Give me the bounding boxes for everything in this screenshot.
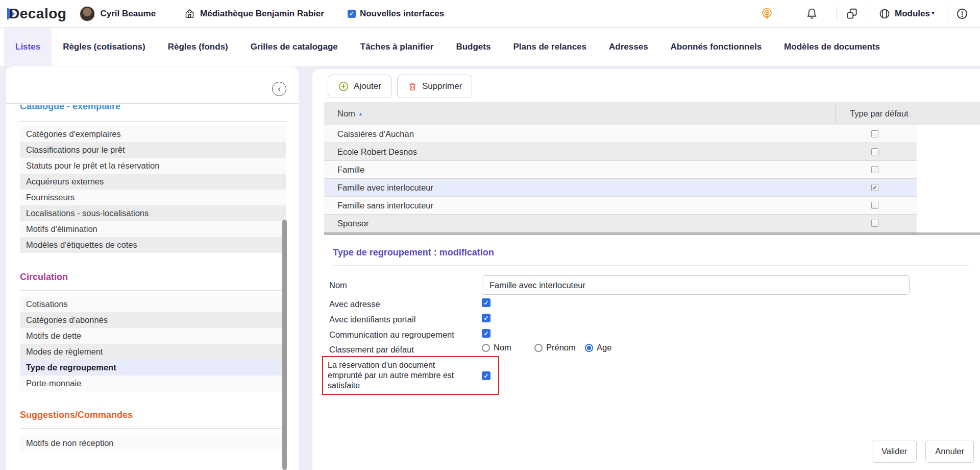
- radio-icon[interactable]: [585, 344, 593, 352]
- validate-button[interactable]: Valider: [872, 440, 917, 463]
- sidebar-item-classifications-pret[interactable]: Classifications pour le prêt: [20, 142, 286, 158]
- default-type-checkbox[interactable]: [871, 184, 878, 191]
- table-toolbar: Ajouter Supprimer: [328, 75, 472, 98]
- sidebar-item-acquereurs-externes[interactable]: Acquéreurs externes: [20, 174, 286, 190]
- sidebar-divider: [20, 428, 286, 429]
- sidebar-divider: [20, 121, 286, 122]
- tab-regles-fonds[interactable]: Règles (fonds): [157, 28, 239, 66]
- lists-sidebar: ‹ Catalogue - exemplaire Catégories d'ex…: [6, 66, 299, 470]
- default-type-checkbox[interactable]: [871, 202, 878, 209]
- delete-button[interactable]: Supprimer: [397, 75, 472, 98]
- form-title: Type de regroupement : modification: [333, 247, 494, 258]
- table-row[interactable]: Famille sans interlocuteur: [324, 197, 917, 215]
- library-name: Médiathèque Benjamin Rabier: [200, 9, 324, 19]
- link-windows-icon[interactable]: [845, 7, 859, 20]
- sidebar-item-categories-abonnes[interactable]: Catégories d'abonnés: [20, 312, 286, 328]
- collapse-sidebar-button[interactable]: ‹: [272, 82, 286, 96]
- table-horizontal-scrollbar[interactable]: [324, 232, 980, 235]
- header-divider: [870, 7, 870, 20]
- reservation-satisfaite-checkbox[interactable]: [482, 371, 491, 380]
- sidebar-item-localisations[interactable]: Localisations - sous-localisations: [20, 205, 286, 221]
- sidebar-item-motifs-de-dette[interactable]: Motifs de dette: [20, 328, 286, 344]
- sidebar-item-fournisseurs[interactable]: Fournisseurs: [20, 190, 286, 205]
- modules-icon: [878, 8, 891, 20]
- column-divider: [836, 104, 836, 123]
- reservation-satisfaite-highlight-box: La réservation d'un document emprunté pa…: [322, 356, 499, 395]
- tab-adresses[interactable]: Adresses: [598, 28, 659, 66]
- sidebar-section-circulation-title: Circulation: [20, 272, 68, 283]
- sidebar-divider: [20, 290, 286, 291]
- communication-regroupement-label: Communication au regroupement: [329, 330, 454, 340]
- user-avatar[interactable]: [80, 6, 95, 21]
- sidebar-section-suggestions-title: Suggestions/Commandes: [20, 410, 133, 420]
- sidebar-suggestions-list: Motifs de non réception: [20, 435, 286, 451]
- sidebar-scrollbar-thumb[interactable]: [282, 220, 287, 470]
- sidebar-item-motifs-elimination[interactable]: Motifs d'élimination: [20, 221, 286, 237]
- add-button-label: Ajouter: [354, 81, 381, 91]
- app-window: Decalog Cyril Beaume Médiathèque Benjami…: [0, 0, 980, 470]
- decalog-logo: Decalog: [7, 6, 66, 22]
- default-type-checkbox[interactable]: [871, 130, 878, 137]
- chevron-left-icon: ‹: [278, 84, 281, 93]
- modules-menu[interactable]: Modules ▾: [878, 8, 935, 20]
- avec-adresse-label: Avec adresse: [329, 299, 380, 309]
- radio-option-prenom[interactable]: Prénom: [534, 343, 576, 353]
- library-building-icon: [184, 8, 195, 19]
- top-header: Decalog Cyril Beaume Médiathèque Benjami…: [0, 0, 980, 28]
- table-row[interactable]: Ecole Robert Desnos: [324, 143, 917, 161]
- plus-circle-icon: [338, 81, 349, 92]
- tab-modeles-de-documents[interactable]: Modèles de documents: [773, 28, 891, 66]
- table-row[interactable]: Caissières d'Auchan: [324, 125, 917, 143]
- sidebar-item-type-de-regroupement[interactable]: Type de regroupement: [20, 360, 286, 375]
- form-actions: Valider Annuler: [872, 440, 974, 463]
- table-row-selected[interactable]: Famille avec interlocuteur: [324, 179, 917, 197]
- sidebar-item-motifs-non-reception[interactable]: Motifs de non réception: [20, 435, 286, 451]
- tab-budgets[interactable]: Budgets: [445, 28, 502, 66]
- table-row[interactable]: Sponsor: [324, 215, 917, 232]
- communication-regroupement-checkbox[interactable]: [482, 329, 491, 338]
- tab-listes[interactable]: Listes: [4, 28, 52, 66]
- sidebar-item-statuts-pret-reservation[interactable]: Statuts pour le prêt et la réservation: [20, 158, 286, 174]
- form-divider: [333, 265, 969, 266]
- tab-regles-cotisations[interactable]: Règles (cotisations): [52, 28, 157, 66]
- column-header-type-par-defaut[interactable]: Type par défaut: [850, 102, 909, 125]
- classement-par-defaut-label: Classement par défaut: [329, 345, 414, 355]
- sidebar-section-catalogue-title-clipped: Catalogue - exemplaire: [20, 105, 120, 113]
- trash-icon: [407, 81, 418, 91]
- tab-plans-de-relances[interactable]: Plans de relances: [502, 28, 598, 66]
- radio-option-nom[interactable]: Nom: [482, 343, 511, 353]
- sidebar-item-modeles-etiquettes[interactable]: Modèles d'étiquettes de cotes: [20, 237, 286, 253]
- reservation-satisfaite-label: La réservation d'un document emprunté pa…: [323, 357, 472, 394]
- sidebar-item-cotisations[interactable]: Cotisations: [20, 296, 286, 312]
- default-type-checkbox[interactable]: [871, 148, 878, 155]
- sidebar-item-categories-exemplaires[interactable]: Catégories d'exemplaires: [20, 126, 286, 142]
- tab-taches-a-planifier[interactable]: Tâches à planifier: [349, 28, 445, 66]
- notifications-bell-icon[interactable]: [805, 7, 818, 20]
- info-icon[interactable]: [955, 7, 969, 20]
- logo-text: Decalog: [9, 6, 66, 22]
- radio-option-age[interactable]: Age: [585, 343, 611, 353]
- table-header: Nom▲ Type par défaut: [324, 102, 980, 125]
- tab-grilles-catalogage[interactable]: Grilles de catalogage: [239, 28, 349, 66]
- sidebar-catalogue-list: Catégories d'exemplaires Classifications…: [20, 126, 286, 253]
- radio-icon[interactable]: [534, 344, 543, 352]
- chevron-down-icon: ▾: [932, 9, 935, 16]
- cancel-button[interactable]: Annuler: [925, 440, 974, 463]
- avec-adresse-checkbox[interactable]: [482, 298, 491, 307]
- avec-identifiants-portail-checkbox[interactable]: [482, 314, 491, 322]
- radio-icon[interactable]: [482, 344, 490, 352]
- sidebar-header: ‹: [6, 66, 299, 104]
- sidebar-item-porte-monnaie[interactable]: Porte-monnaie: [20, 375, 286, 391]
- beacon-icon[interactable]: [760, 7, 774, 20]
- default-type-checkbox[interactable]: [871, 220, 878, 227]
- nom-input[interactable]: [482, 275, 910, 295]
- default-type-checkbox[interactable]: [871, 166, 878, 173]
- add-button[interactable]: Ajouter: [328, 75, 391, 98]
- new-ui-checkbox[interactable]: [348, 10, 356, 18]
- tab-abonnes-fonctionnels[interactable]: Abonnés fonctionnels: [659, 28, 773, 66]
- user-name: Cyril Beaume: [100, 9, 156, 19]
- sidebar-item-modes-de-reglement[interactable]: Modes de règlement: [20, 344, 286, 360]
- table-row[interactable]: Famille: [324, 161, 917, 179]
- column-header-nom[interactable]: Nom▲: [337, 102, 363, 126]
- module-tabbar: Listes Règles (cotisations) Règles (fond…: [0, 28, 980, 66]
